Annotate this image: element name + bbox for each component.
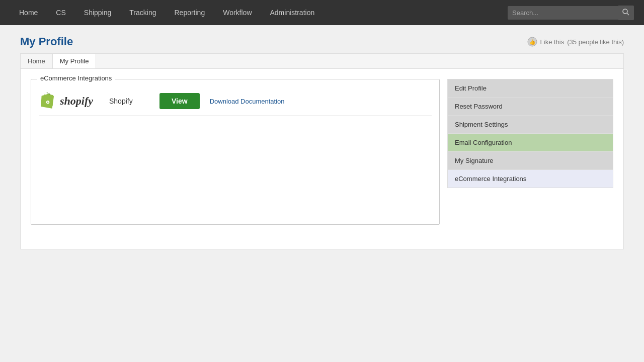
page-header: My Profile 👍 Like this (35 people like t… bbox=[20, 25, 624, 53]
left-panel: eCommerce Integrations shopif bbox=[31, 79, 440, 239]
sidebar-item-ecommerce-integrations[interactable]: eCommerce Integrations bbox=[448, 170, 613, 188]
like-area: 👍 Like this (35 people like this) bbox=[527, 37, 624, 47]
page-title: My Profile bbox=[20, 35, 73, 48]
section-box: eCommerce Integrations shopif bbox=[31, 79, 440, 225]
download-documentation-link[interactable]: Download Documentation bbox=[210, 98, 285, 105]
nav-item-reporting[interactable]: Reporting bbox=[165, 0, 214, 25]
right-sidebar: Edit Profile Reset Password Shipment Set… bbox=[447, 79, 613, 239]
nav-item-home[interactable]: Home bbox=[10, 0, 47, 25]
nav-item-shipping[interactable]: Shipping bbox=[75, 0, 121, 25]
svg-line-1 bbox=[627, 13, 629, 15]
sidebar-item-my-signature[interactable]: My Signature bbox=[448, 152, 613, 170]
main-content: eCommerce Integrations shopif bbox=[20, 68, 624, 249]
search-area bbox=[508, 6, 634, 20]
integration-row-shopify: shopify Shopify View Download Documentat… bbox=[39, 87, 432, 116]
sidebar-menu: Edit Profile Reset Password Shipment Set… bbox=[447, 79, 613, 188]
nav-item-cs[interactable]: CS bbox=[47, 0, 74, 25]
sidebar-item-edit-profile[interactable]: Edit Profile bbox=[448, 79, 613, 98]
like-count: (35 people like this) bbox=[567, 38, 624, 46]
sidebar-item-email-configuration[interactable]: Email Configuration bbox=[448, 134, 613, 152]
breadcrumb-my-profile[interactable]: My Profile bbox=[53, 54, 97, 68]
nav-item-administration[interactable]: Administration bbox=[261, 0, 324, 25]
svg-text:👍: 👍 bbox=[529, 39, 536, 45]
svg-point-5 bbox=[47, 102, 49, 103]
thumb-icon: 👍 bbox=[527, 37, 537, 47]
shopify-logo-text: shopify bbox=[60, 95, 93, 108]
search-icon bbox=[622, 9, 629, 16]
view-button[interactable]: View bbox=[159, 93, 200, 109]
like-text: Like this bbox=[540, 38, 565, 46]
section-box-title: eCommerce Integrations bbox=[37, 74, 115, 82]
search-button[interactable] bbox=[618, 6, 634, 20]
shopify-bag-icon bbox=[39, 92, 57, 110]
shopify-logo: shopify bbox=[39, 92, 99, 110]
nav-item-workflow[interactable]: Workflow bbox=[214, 0, 261, 25]
navbar: Home CS Shipping Tracking Reporting Work… bbox=[0, 0, 644, 25]
page-container: My Profile 👍 Like this (35 people like t… bbox=[10, 25, 634, 249]
integration-name: Shopify bbox=[109, 97, 149, 105]
breadcrumb-home[interactable]: Home bbox=[21, 54, 53, 68]
breadcrumb: Home My Profile bbox=[20, 53, 624, 68]
sidebar-item-reset-password[interactable]: Reset Password bbox=[448, 98, 613, 116]
svg-point-0 bbox=[623, 9, 627, 14]
sidebar-item-shipment-settings[interactable]: Shipment Settings bbox=[448, 116, 613, 134]
nav-item-tracking[interactable]: Tracking bbox=[120, 0, 165, 25]
search-input[interactable] bbox=[508, 6, 618, 20]
